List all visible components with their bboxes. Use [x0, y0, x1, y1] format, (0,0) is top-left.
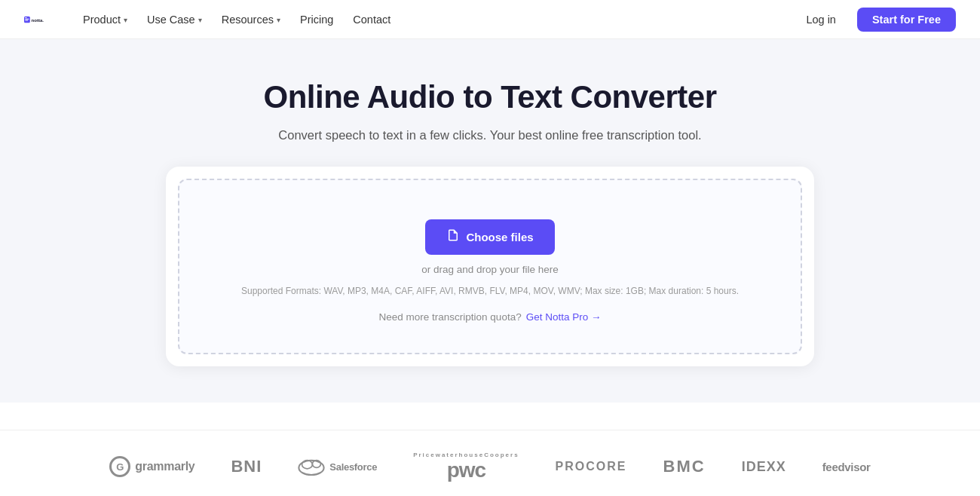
upload-or-text: or drag and drop your file here [421, 264, 559, 275]
file-icon [446, 228, 460, 246]
idexx-label: IDEXX [742, 459, 786, 475]
logo-grammarly: G grammarly [109, 456, 194, 477]
salesforce-icon [298, 453, 325, 480]
nav-use-case[interactable]: Use Case ▾ [139, 9, 210, 30]
logos-section: G grammarly BNI Salesforce Pricewaterhou… [0, 403, 980, 496]
logo-idexx: IDEXX [742, 459, 786, 475]
nav-contact[interactable]: Contact [345, 9, 398, 30]
procore-label: PROCORE [556, 460, 627, 473]
start-free-button[interactable]: Start for Free [857, 8, 956, 32]
hero-subtitle: Convert speech to text in a few clicks. … [15, 128, 965, 142]
nav-product[interactable]: Product ▾ [75, 9, 135, 30]
pwc-top-label: PricewaterhouseCoopers [413, 452, 519, 458]
nav-actions: Log in Start for Free [794, 8, 956, 32]
navbar: notta. Product ▾ Use Case ▾ Resources ▾ … [0, 0, 980, 39]
svg-rect-0 [24, 16, 30, 22]
svg-text:notta.: notta. [32, 18, 44, 23]
bmc-label: BMC [663, 457, 706, 476]
svg-point-6 [302, 461, 313, 469]
quota-row: Need more transcription quota? Get Notta… [379, 311, 602, 323]
nav-resources-label: Resources [222, 14, 274, 26]
svg-rect-3 [25, 20, 28, 20]
logo[interactable]: notta. [24, 6, 51, 33]
logo-bni: BNI [231, 457, 262, 476]
nav-pricing-label: Pricing [300, 14, 333, 26]
upload-dropzone[interactable]: Choose files or drag and drop your file … [178, 179, 802, 354]
chevron-down-icon: ▾ [277, 16, 280, 24]
logo-procore: PROCORE [556, 460, 627, 473]
upload-card: Choose files or drag and drop your file … [166, 167, 814, 366]
upload-formats: Supported Formats: WAV, MP3, M4A, CAF, A… [241, 284, 739, 299]
choose-files-label: Choose files [466, 231, 533, 243]
chevron-down-icon: ▾ [124, 16, 127, 24]
nav-resources[interactable]: Resources ▾ [214, 9, 288, 30]
pwc-lockup: PricewaterhouseCoopers pwc [413, 452, 519, 482]
salesforce-label: Salesforce [329, 461, 377, 473]
svg-rect-1 [25, 17, 26, 18]
logo-salesforce: Salesforce [298, 453, 377, 480]
quota-text: Need more transcription quota? [379, 311, 522, 323]
feedvisor-label: feedvisor [822, 461, 871, 473]
hero-title: Online Audio to Text Converter [15, 78, 965, 116]
nav-product-label: Product [83, 14, 121, 26]
login-button[interactable]: Log in [794, 8, 848, 31]
grammarly-icon: G [109, 456, 130, 477]
pro-link[interactable]: Get Notta Pro → [526, 311, 602, 323]
nav-pricing[interactable]: Pricing [292, 9, 341, 30]
nav-contact-label: Contact [353, 14, 390, 26]
choose-files-button[interactable]: Choose files [425, 219, 554, 255]
bni-label: BNI [231, 457, 262, 476]
logo-bmc: BMC [663, 457, 706, 476]
svg-rect-2 [25, 18, 29, 19]
hero-section: Online Audio to Text Converter Convert s… [0, 39, 980, 403]
pwc-label: pwc [447, 458, 485, 482]
grammarly-label: grammarly [135, 460, 194, 473]
logos-strip: G grammarly BNI Salesforce Pricewaterhou… [0, 430, 980, 496]
chevron-down-icon: ▾ [198, 16, 202, 24]
nav-links: Product ▾ Use Case ▾ Resources ▾ Pricing… [75, 9, 770, 30]
logo-feedvisor: feedvisor [822, 461, 871, 473]
logo-pwc: PricewaterhouseCoopers pwc [413, 452, 519, 482]
nav-use-case-label: Use Case [147, 14, 195, 26]
